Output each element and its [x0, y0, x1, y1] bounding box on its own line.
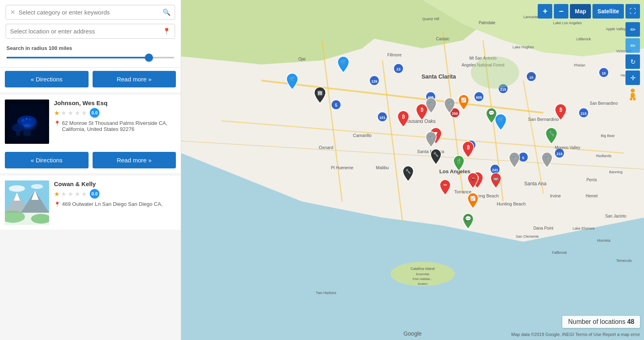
rating-badge-3: 0.0 — [90, 189, 99, 199]
edit-alt-button[interactable]: ✏ — [625, 38, 640, 53]
svg-text:91: 91 — [469, 144, 473, 148]
rating-stars-3: ★ ★ ★ ★ ★ 0.0 — [54, 189, 176, 199]
svg-text:Palmdale: Palmdale — [479, 21, 495, 25]
star3-3: ★ — [68, 190, 73, 198]
svg-text:Two Harbors: Two Harbors — [316, 291, 336, 295]
slider-track — [6, 57, 174, 58]
svg-text:Oxnard: Oxnard — [319, 145, 333, 150]
star3-5: ★ — [81, 190, 87, 198]
directions-button-1[interactable]: « Directions — [5, 71, 89, 87]
svg-text:15: 15 — [602, 71, 606, 75]
svg-point-5 — [29, 118, 31, 121]
svg-text:Ojai: Ojai — [298, 57, 305, 61]
svg-text:126: 126 — [371, 79, 377, 83]
star-1: ★ — [54, 109, 60, 117]
map-view-button[interactable]: Map — [570, 4, 591, 19]
readmore-button-1[interactable]: Read more » — [93, 71, 176, 87]
star-5: ★ — [81, 109, 87, 117]
svg-text:Pt Hueneme: Pt Hueneme — [331, 166, 353, 170]
svg-text:Phelan: Phelan — [574, 63, 585, 67]
listing-image-3 — [5, 180, 49, 225]
person-icon-button[interactable] — [625, 87, 640, 101]
svg-text:Santa Clarita: Santa Clarita — [421, 73, 456, 80]
listing-address-2: 📍 62 Monroe St Thousand Palms Riverside … — [54, 120, 176, 132]
svg-text:Hemet: Hemet — [586, 194, 598, 198]
zoom-out-button[interactable]: − — [554, 4, 568, 19]
svg-text:Lancaster: Lancaster — [523, 15, 539, 19]
map-side-controls: ✏ ✏ ↻ ✛ — [625, 22, 640, 101]
svg-text:Fallbrook: Fallbrook — [552, 251, 567, 255]
result-card-3: Cowan & Kelly ★ ★ ★ ★ ★ 0.0 📍 469 Outwat… — [0, 176, 181, 230]
svg-text:Moreno Valley: Moreno Valley — [555, 145, 580, 150]
svg-rect-141 — [631, 93, 635, 98]
svg-text:Quartz Hill: Quartz Hill — [422, 17, 439, 21]
svg-text:Lake Elsinore: Lake Elsinore — [573, 226, 595, 230]
rating-badge-2: 0.0 — [90, 108, 99, 118]
readmore-button-2[interactable]: Read more » — [93, 152, 176, 168]
svg-point-11 — [9, 185, 25, 192]
location-search-box: 📍 — [6, 24, 175, 39]
svg-text:Hunting Beach: Hunting Beach — [497, 201, 526, 206]
address-pin-icon-2: 📍 — [54, 120, 60, 132]
svg-text:Santa Monica: Santa Monica — [417, 149, 444, 154]
svg-text:Temecula: Temecula — [616, 259, 632, 263]
svg-text:Dana Point: Dana Point — [533, 226, 553, 230]
svg-point-113 — [471, 56, 519, 89]
keyword-input[interactable] — [19, 9, 163, 16]
card-1-buttons: « Directions Read more » — [0, 68, 181, 92]
svg-text:Castaic: Castaic — [436, 37, 449, 41]
search-keyword-icon[interactable]: 🔍 — [163, 8, 171, 16]
results-list: « Directions Read more » — [0, 68, 181, 340]
svg-point-4 — [21, 119, 25, 122]
svg-text:Fillmore: Fillmore — [387, 53, 402, 57]
card-2-buttons: « Directions Read more » — [0, 149, 181, 173]
address-pin-icon-3: 📍 — [54, 201, 60, 207]
map-attribution: Map data ©2019 Google, INEGI Terms of Us… — [511, 332, 640, 337]
location-icon[interactable]: 📍 — [163, 27, 171, 35]
star3-2: ★ — [61, 190, 66, 198]
svg-text:San Clemente: San Clemente — [516, 234, 539, 238]
result-card-1: « Directions Read more » — [0, 68, 181, 92]
address-text-3: 469 Outwater Ln San Diego San Diego CA, — [62, 201, 163, 207]
svg-text:Malibu: Malibu — [376, 165, 389, 170]
svg-text:250: 250 — [452, 112, 458, 116]
star-2: ★ — [61, 109, 66, 117]
svg-text:Littlerock: Littlerock — [576, 37, 591, 41]
listing-address-3: 📍 469 Outwater Ln San Diego San Diego CA… — [54, 201, 176, 207]
svg-text:Los Angeles: Los Angeles — [440, 168, 471, 174]
directions-button-2[interactable]: « Directions — [5, 152, 89, 168]
svg-text:Santa Ana: Santa Ana — [524, 181, 547, 187]
satellite-view-button[interactable]: Satellite — [592, 4, 624, 19]
svg-text:605: 605 — [476, 95, 482, 100]
count-value: 48 — [627, 318, 634, 325]
svg-text:101: 101 — [379, 116, 385, 120]
svg-text:Murrieta: Murrieta — [597, 238, 610, 243]
radius-section: Search in radius 100 miles — [6, 43, 175, 63]
map-section: 5 126 23 101 405 250 605 215 15 91 241 5… — [181, 0, 644, 340]
svg-text:Perris: Perris — [586, 178, 597, 182]
clear-keyword-icon[interactable]: ✕ — [10, 8, 15, 16]
svg-text:Irvine: Irvine — [550, 193, 561, 198]
svg-text:San Jacinto: San Jacinto — [605, 214, 627, 218]
move-button[interactable]: ✛ — [625, 70, 640, 85]
svg-point-6 — [26, 118, 27, 120]
svg-text:Thousand Oaks: Thousand Oaks — [402, 118, 436, 124]
edit-button[interactable]: ✏ — [625, 22, 640, 37]
svg-text:Lake Los Angeles: Lake Los Angeles — [553, 21, 582, 25]
zoom-in-button[interactable]: + — [538, 4, 552, 19]
refresh-button[interactable]: ↻ — [625, 54, 640, 69]
star3-1: ★ — [54, 190, 60, 198]
fullscreen-button[interactable]: ⛶ — [625, 4, 640, 19]
svg-text:Redlands: Redlands — [596, 154, 612, 158]
svg-point-9 — [12, 124, 24, 132]
listing-image-2 — [5, 100, 49, 144]
slider-thumb[interactable] — [145, 54, 153, 62]
svg-text:Acton: Acton — [526, 73, 536, 77]
radius-slider[interactable] — [6, 54, 174, 62]
result-card-2: Johnson, Wes Esq ★ ★ ★ ★ ★ 0.0 📍 62 Monr… — [0, 95, 181, 173]
star-3: ★ — [68, 109, 73, 117]
map-controls: + − Map Satellite ⛶ — [538, 4, 640, 19]
location-input[interactable] — [10, 28, 163, 35]
google-watermark: Google — [403, 330, 421, 337]
location-count: Number of locations 48 — [562, 316, 640, 328]
